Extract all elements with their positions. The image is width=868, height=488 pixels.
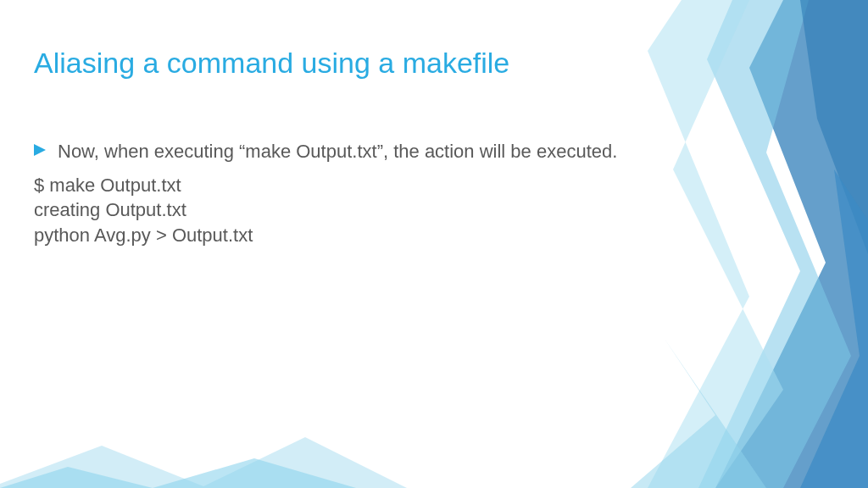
svg-marker-5 xyxy=(631,339,766,488)
svg-marker-6 xyxy=(0,437,868,488)
background-decoration-bottom xyxy=(0,386,868,488)
code-block: $ make Output.txt creating Output.txt py… xyxy=(34,173,627,248)
bullet-text: Now, when executing “make Output.txt”, t… xyxy=(58,139,617,164)
slide-title: Aliasing a command using a makefile xyxy=(34,47,817,80)
svg-marker-7 xyxy=(0,458,356,488)
svg-marker-4 xyxy=(800,169,868,488)
bullet-triangle-icon xyxy=(34,144,46,156)
slide: Aliasing a command using a makefile Now,… xyxy=(0,0,868,488)
svg-marker-8 xyxy=(34,144,46,156)
bullet-item: Now, when executing “make Output.txt”, t… xyxy=(34,139,627,164)
svg-marker-3 xyxy=(800,0,868,254)
slide-content: Now, when executing “make Output.txt”, t… xyxy=(34,139,627,248)
